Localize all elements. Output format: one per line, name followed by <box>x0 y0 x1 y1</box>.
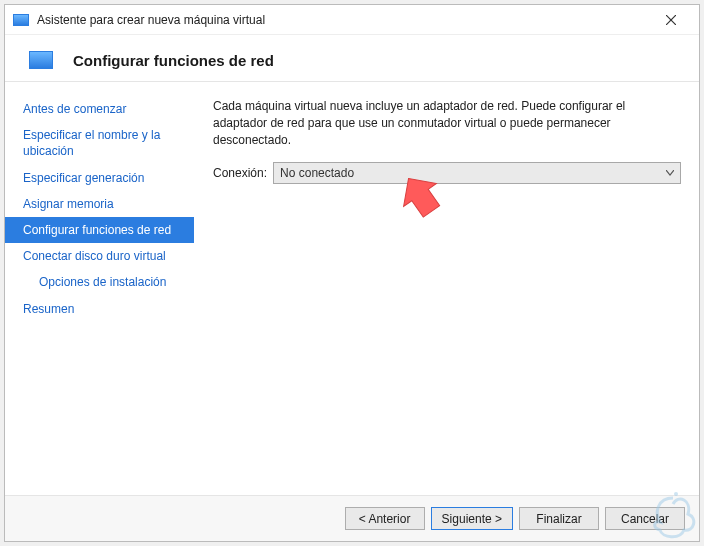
chevron-down-icon <box>666 168 674 178</box>
main-panel: Cada máquina virtual nueva incluye un ad… <box>195 82 699 495</box>
window-title: Asistente para crear nueva máquina virtu… <box>37 13 651 27</box>
connection-label: Conexión: <box>213 166 267 180</box>
app-icon <box>13 14 29 26</box>
close-icon <box>666 15 676 25</box>
connection-value: No conectado <box>280 166 666 180</box>
wizard-window: Asistente para crear nueva máquina virtu… <box>4 4 700 542</box>
wizard-steps-sidebar: Antes de comenzarEspecificar el nombre y… <box>5 82 195 495</box>
wizard-header: Configurar funciones de red <box>5 35 699 82</box>
sidebar-step-5[interactable]: Conectar disco duro virtual <box>5 243 194 269</box>
previous-button[interactable]: < Anterior <box>345 507 425 530</box>
sidebar-step-6[interactable]: Opciones de instalación <box>5 269 194 295</box>
sidebar-step-0[interactable]: Antes de comenzar <box>5 96 194 122</box>
header-icon <box>29 51 53 69</box>
sidebar-step-3[interactable]: Asignar memoria <box>5 191 194 217</box>
connection-dropdown[interactable]: No conectado <box>273 162 681 184</box>
description-text: Cada máquina virtual nueva incluye un ad… <box>213 98 681 148</box>
next-button[interactable]: Siguiente > <box>431 507 513 530</box>
close-button[interactable] <box>651 6 691 34</box>
connection-row: Conexión: No conectado <box>213 162 681 184</box>
titlebar: Asistente para crear nueva máquina virtu… <box>5 5 699 35</box>
cancel-button[interactable]: Cancelar <box>605 507 685 530</box>
wizard-body: Antes de comenzarEspecificar el nombre y… <box>5 82 699 495</box>
annotation-arrow-icon <box>395 170 445 220</box>
wizard-footer: < Anterior Siguiente > Finalizar Cancela… <box>5 495 699 541</box>
sidebar-step-7[interactable]: Resumen <box>5 296 194 322</box>
sidebar-step-1[interactable]: Especificar el nombre y la ubicación <box>5 122 194 164</box>
sidebar-step-4[interactable]: Configurar funciones de red <box>5 217 194 243</box>
page-title: Configurar funciones de red <box>73 52 274 69</box>
sidebar-step-2[interactable]: Especificar generación <box>5 165 194 191</box>
finish-button[interactable]: Finalizar <box>519 507 599 530</box>
